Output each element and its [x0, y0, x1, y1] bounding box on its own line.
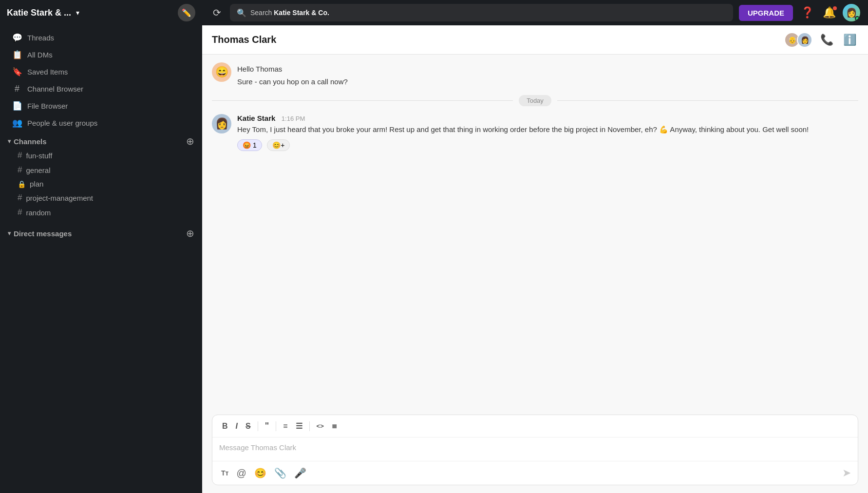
upgrade-button[interactable]: UPGRADE	[739, 5, 793, 21]
sidebar-item-label: All DMs	[27, 51, 53, 59]
sidebar-item-label: Threads	[27, 34, 54, 42]
topbar-left: Katie Stark & ... ▾ ✏️	[0, 0, 202, 25]
notification-dot	[833, 6, 837, 10]
reactions-row: 😡 1 😊+	[237, 135, 858, 151]
message-text: Sure - can you hop on a call now?	[237, 76, 858, 88]
sidebar-item-saved-items[interactable]: 🔖 Saved Items	[4, 63, 198, 80]
channel-name: project-management	[26, 194, 93, 202]
channel-name: random	[26, 209, 51, 217]
attachment-button[interactable]: 📎	[272, 465, 288, 481]
unordered-list-button[interactable]: ☰	[293, 419, 305, 433]
topbar-icons: ❓ 🔔 👩	[799, 4, 860, 21]
edit-workspace-button[interactable]: ✏️	[178, 4, 195, 21]
avatar: 😄	[212, 62, 231, 82]
date-divider-text: Today	[519, 95, 551, 106]
message-text: Hello Thomas	[237, 64, 858, 75]
sidebar-item-label: People & user groups	[27, 119, 97, 127]
reaction-button[interactable]: 😡 1	[237, 139, 262, 151]
audio-button[interactable]: 🎤	[292, 465, 308, 481]
code-button[interactable]: <>	[314, 420, 327, 432]
strikethrough-button[interactable]: S	[243, 420, 254, 433]
channel-name: general	[26, 166, 50, 174]
text-style-button[interactable]: Tт	[219, 467, 230, 479]
participant-avatar: 👩	[797, 32, 812, 48]
message-group: 😄 Hello Thomas Sure - can you hop on a c…	[212, 62, 858, 87]
channels-section-label: Channels	[14, 137, 47, 146]
chat-header: Thomas Clark 👴 👩 📞 ℹ️	[202, 25, 868, 55]
channel-browser-icon: #	[12, 84, 22, 94]
quote-button[interactable]: "	[262, 419, 272, 433]
history-button[interactable]: ⟳	[210, 4, 224, 21]
toolbar-separator	[258, 421, 258, 431]
sidebar-item-label: Channel Browser	[27, 85, 83, 93]
search-text: Search Katie Stark & Co.	[250, 9, 329, 17]
topbar: Katie Stark & ... ▾ ✏️ ⟳ 🔍 Search Katie …	[0, 0, 868, 25]
sidebar-item-people[interactable]: 👥 People & user groups	[4, 114, 198, 132]
lock-icon: 🔒	[18, 180, 26, 188]
add-reaction-button[interactable]: 😊+	[267, 139, 290, 151]
sidebar-item-label: Saved Items	[27, 68, 68, 76]
channel-item-general[interactable]: # general	[4, 163, 198, 177]
add-channel-button[interactable]: ⊕	[186, 136, 194, 146]
notifications-button[interactable]: 🔔	[821, 4, 838, 21]
chat-area: Thomas Clark 👴 👩 📞 ℹ️ 😄 Hello Thomas Sur…	[202, 25, 868, 493]
sidebar-item-all-dms[interactable]: 📋 All DMs	[4, 46, 198, 63]
add-reaction-icon: 😊+	[272, 141, 284, 149]
input-bottom-toolbar: Tт @ 😊 📎 🎤 ➤	[212, 461, 858, 485]
emoji-button[interactable]: 😊	[252, 465, 268, 481]
add-dm-button[interactable]: ⊕	[186, 228, 194, 238]
message-time: 1:16 PM	[282, 115, 305, 122]
message-input[interactable]: Message Thomas Clark	[212, 437, 858, 461]
main-layout: 💬 Threads 📋 All DMs 🔖 Saved Items # Chan…	[0, 25, 868, 493]
ordered-list-button[interactable]: ≡	[280, 420, 290, 433]
online-status-dot	[855, 16, 860, 21]
toolbar-separator	[276, 421, 276, 431]
channel-item-project-management[interactable]: # project-management	[4, 190, 198, 205]
sidebar-item-channel-browser[interactable]: # Channel Browser	[4, 80, 198, 97]
sidebar-item-threads[interactable]: 💬 Threads	[4, 29, 198, 46]
search-icon: 🔍	[237, 8, 246, 18]
hash-icon: #	[18, 193, 22, 203]
hash-icon: #	[18, 151, 22, 160]
sidebar-item-label: File Browser	[27, 102, 68, 110]
workspace-name: Katie Stark & ...	[7, 8, 71, 18]
reaction-emoji: 😡	[243, 141, 251, 149]
message-text: Hey Tom, I just heard that you broke you…	[237, 124, 858, 135]
message-sender: Katie Stark	[237, 114, 275, 122]
dm-section-label: Direct messages	[14, 229, 72, 238]
dm-section-header[interactable]: ▾ Direct messages ⊕	[0, 224, 202, 240]
help-button[interactable]: ❓	[799, 4, 816, 21]
bold-button[interactable]: B	[219, 420, 231, 433]
channel-item-plan[interactable]: 🔒 plan	[4, 177, 198, 190]
message-content: Hello Thomas Sure - can you hop on a cal…	[237, 62, 858, 87]
channel-name: plan	[30, 180, 43, 188]
message-content: Katie Stark 1:16 PM Hey Tom, I just hear…	[237, 114, 858, 151]
message-group: 👩 Katie Stark 1:16 PM Hey Tom, I just he…	[212, 114, 858, 151]
chevron-down-icon: ▾	[8, 138, 11, 145]
reaction-count: 1	[253, 141, 257, 149]
input-toolbar: B I S " ≡ ☰ <> ≣	[212, 415, 858, 437]
code-block-button[interactable]: ≣	[329, 420, 340, 432]
sidebar-item-file-browser[interactable]: 📄 File Browser	[4, 97, 198, 114]
channels-section-header[interactable]: ▾ Channels ⊕	[0, 132, 202, 148]
toolbar-separator	[309, 421, 310, 431]
chevron-down-icon: ▾	[8, 230, 11, 237]
topbar-right: ⟳ 🔍 Search Katie Stark & Co. UPGRADE ❓ 🔔…	[202, 0, 868, 25]
search-bar[interactable]: 🔍 Search Katie Stark & Co.	[230, 4, 733, 21]
all-dms-icon: 📋	[12, 50, 22, 60]
info-button[interactable]: ℹ️	[841, 32, 858, 48]
channel-item-random[interactable]: # random	[4, 205, 198, 220]
date-divider: Today	[212, 95, 858, 106]
divider-line	[557, 100, 858, 101]
call-button[interactable]: 📞	[818, 32, 835, 48]
italic-button[interactable]: I	[233, 420, 241, 433]
user-avatar[interactable]: 👩	[843, 4, 860, 21]
chevron-down-icon: ▾	[76, 9, 79, 17]
send-button[interactable]: ➤	[842, 467, 851, 479]
people-icon: 👥	[12, 118, 22, 128]
messages-container: 😄 Hello Thomas Sure - can you hop on a c…	[202, 55, 868, 409]
mention-button[interactable]: @	[234, 466, 248, 481]
message-input-area: B I S " ≡ ☰ <> ≣ Message Thomas Clark Tт…	[212, 415, 858, 485]
channel-item-fun-stuff[interactable]: # fun-stuff	[4, 148, 198, 163]
chat-header-actions: 👴 👩 📞 ℹ️	[784, 32, 858, 48]
